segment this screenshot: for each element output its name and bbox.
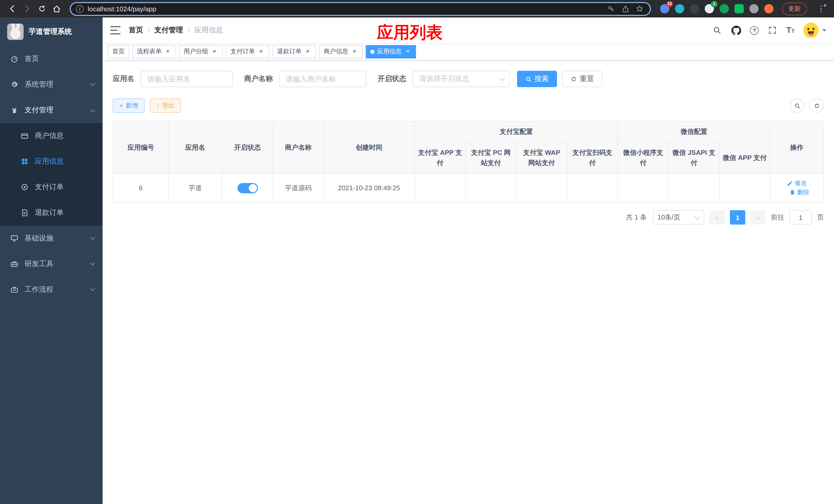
- sidebar-item-devtools[interactable]: 研发工具: [0, 251, 103, 277]
- profile-avatar-icon[interactable]: [764, 4, 773, 13]
- search-icon: [525, 76, 532, 82]
- cell-merchant: 芋道源码: [273, 174, 323, 202]
- next-page-button[interactable]: ›: [750, 210, 766, 225]
- tab-label: 用户分组: [184, 47, 208, 56]
- help-icon[interactable]: ?: [750, 26, 759, 35]
- extension-icon[interactable]: [720, 4, 729, 13]
- close-icon[interactable]: ×: [164, 48, 171, 55]
- gear-icon: [10, 81, 19, 89]
- sidebar-item-system[interactable]: 系统管理: [0, 72, 103, 97]
- address-bar[interactable]: i localhost:1024/pay/app: [70, 2, 651, 16]
- browser-menu-button[interactable]: ⋮: [815, 4, 827, 13]
- reload-icon: [37, 4, 46, 13]
- toggle-search-button[interactable]: [790, 98, 804, 113]
- col-group-wechat: 微信配置: [618, 121, 770, 142]
- tab-label: 退款订单: [277, 47, 302, 56]
- breadcrumb-home[interactable]: 首页: [129, 26, 143, 35]
- close-icon[interactable]: ×: [351, 48, 358, 55]
- extension-icon[interactable]: [675, 4, 684, 13]
- page-1-button[interactable]: 1: [730, 210, 745, 225]
- status-toggle[interactable]: [237, 183, 258, 193]
- toolbox-icon: [10, 260, 19, 268]
- sidebar-item-label: 应用信息: [35, 157, 64, 166]
- browser-forward-button[interactable]: [20, 2, 34, 16]
- sidebar-item-infrastructure[interactable]: 基础设施: [0, 226, 103, 251]
- user-menu[interactable]: [803, 23, 826, 38]
- bookmark-star-icon[interactable]: [635, 4, 645, 14]
- password-key-icon[interactable]: [606, 4, 616, 14]
- sidebar-item-workflow[interactable]: 工作流程: [0, 277, 103, 302]
- col-group-alipay: 支付宝配置: [415, 121, 618, 142]
- extension-icon[interactable]: 1: [705, 4, 714, 13]
- extension-icon[interactable]: [734, 4, 744, 13]
- tab-merchant-info[interactable]: 商户信息 ×: [319, 45, 363, 58]
- merchant-name-input[interactable]: [279, 71, 366, 87]
- browser-reload-button[interactable]: [35, 2, 49, 16]
- browser-home-button[interactable]: [50, 2, 64, 16]
- sidebar-item-payment[interactable]: ¥ 支付管理: [0, 97, 103, 123]
- sidebar-item-pay-order[interactable]: 支付订单: [0, 174, 103, 200]
- extension-icon[interactable]: [690, 4, 699, 13]
- status-label: 开启状态: [377, 74, 406, 84]
- close-icon[interactable]: ×: [211, 48, 218, 55]
- table-row: 6 芋道 芋道源码 2021-10-23 08:49:25: [113, 174, 824, 202]
- app-name-input[interactable]: [140, 71, 233, 87]
- tab-label: 支付订单: [230, 47, 255, 56]
- refresh-table-button[interactable]: [809, 98, 824, 113]
- status-select-placeholder: 请选择开启状态: [419, 74, 469, 84]
- font-size-icon[interactable]: TT: [786, 26, 794, 35]
- tab-user-group[interactable]: 用户分组 ×: [179, 45, 223, 58]
- dashboard-icon: [10, 55, 19, 63]
- sidebar-item-refund-order[interactable]: 退款订单: [0, 200, 103, 226]
- search-button[interactable]: 搜索: [517, 71, 557, 87]
- grid-icon: [21, 157, 29, 166]
- browser-back-button[interactable]: [5, 2, 19, 16]
- page-size-select[interactable]: 10条/页: [653, 210, 704, 225]
- site-info-icon[interactable]: i: [76, 5, 84, 13]
- credit-card-icon: [21, 132, 29, 140]
- breadcrumb-separator: /: [188, 26, 190, 35]
- search-icon[interactable]: [712, 25, 722, 36]
- tab-refund-order[interactable]: 退款订单 ×: [272, 45, 316, 58]
- col-merchant: 商户名称: [273, 121, 323, 174]
- add-button[interactable]: + 新增: [113, 98, 145, 113]
- sidebar-item-app-info[interactable]: 应用信息: [0, 149, 103, 174]
- github-icon[interactable]: [731, 25, 741, 36]
- reset-button[interactable]: 重置: [562, 71, 602, 87]
- sidebar-item-label: 研发工具: [25, 259, 53, 269]
- sidebar-item-merchant-info[interactable]: 商户信息: [0, 123, 103, 149]
- tab-label: 应用信息: [377, 47, 402, 56]
- col-create-time: 创建时间: [323, 121, 415, 174]
- close-icon[interactable]: ×: [304, 48, 311, 55]
- url-text: localhost:1024/pay/app: [88, 5, 602, 13]
- breadcrumb-separator: /: [148, 26, 150, 35]
- fullscreen-icon[interactable]: [767, 25, 777, 36]
- share-icon[interactable]: [620, 4, 630, 14]
- browser-update-button[interactable]: 更新: [782, 2, 807, 15]
- order-circle-icon: [21, 183, 29, 191]
- extension-badge: 10: [666, 1, 673, 7]
- close-icon[interactable]: ×: [404, 48, 411, 55]
- col-alipay-app: 支付宝 APP 支付: [415, 142, 465, 174]
- sidebar-item-label: 基础设施: [25, 234, 53, 243]
- pin-extension-icon[interactable]: [749, 4, 759, 13]
- prev-page-button[interactable]: ‹: [709, 210, 725, 225]
- hamburger-icon[interactable]: [110, 26, 120, 35]
- caret-down-icon: [822, 29, 826, 31]
- close-icon[interactable]: ×: [258, 48, 265, 55]
- export-button[interactable]: ↓ 导出: [150, 98, 181, 113]
- status-select[interactable]: 请选择开启状态: [412, 71, 510, 87]
- main-area: 应用列表 首页 / 支付管理 / 应用信息: [103, 18, 834, 504]
- tab-home[interactable]: 首页: [108, 45, 129, 58]
- extension-icon[interactable]: 10: [660, 4, 670, 13]
- edit-button[interactable]: 修改: [787, 179, 807, 188]
- tab-flow-form[interactable]: 流程表单 ×: [132, 45, 176, 58]
- breadcrumb-section[interactable]: 支付管理: [154, 26, 183, 35]
- goto-page-input[interactable]: [789, 210, 812, 225]
- chevron-down-icon: [499, 75, 505, 81]
- delete-button[interactable]: 删除: [789, 188, 809, 197]
- pagination: 共 1 条 10条/页 ‹ 1 › 前往 页: [113, 210, 824, 225]
- sidebar-item-home[interactable]: 首页: [0, 46, 103, 72]
- tab-pay-order[interactable]: 支付订单 ×: [226, 45, 269, 58]
- tab-app-info[interactable]: 应用信息 ×: [366, 45, 416, 58]
